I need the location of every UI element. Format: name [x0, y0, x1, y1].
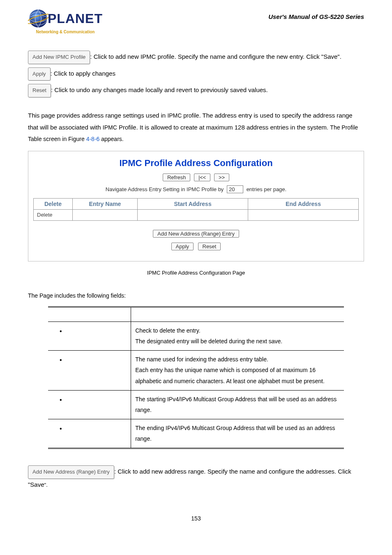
cell-end-address[interactable]: [248, 209, 359, 220]
table-header-row: Delete Entry Name Start Address End Addr…: [34, 198, 359, 209]
fields-table: Check to delete the entry. The designate…: [48, 306, 344, 449]
add-ipmc-profile-desc: : Click to add new IPMC profile. Specify…: [90, 53, 341, 60]
col-delete: Delete: [34, 198, 73, 209]
field-desc: Each entry has the unique name which is …: [135, 365, 340, 386]
entries-per-page-input[interactable]: 20: [227, 185, 243, 193]
page-header: PLANET Networking & Communication User's…: [28, 8, 364, 34]
field-desc: The name used for indexing the address e…: [135, 354, 340, 365]
intro-text: Profile. It is allowed to create at maxi…: [117, 124, 330, 131]
panel-title: IPMC Profile Address Configuration: [33, 158, 359, 169]
figure-caption: IPMC Profile Address Configuration Page: [28, 270, 364, 276]
intro-paragraph: This page provides address range setting…: [28, 110, 364, 145]
nav-row: Navigate Address Entry Setting in IPMC P…: [33, 185, 359, 193]
reset-button[interactable]: Reset: [28, 84, 51, 97]
next-page-button[interactable]: >>: [214, 173, 229, 181]
page-number: 153: [28, 515, 364, 522]
panel-reset-button[interactable]: Reset: [198, 243, 221, 250]
intro-text: This page provides address range setting…: [28, 112, 167, 119]
add-address-range-button[interactable]: Add New Address (Range) Entry: [28, 465, 114, 479]
first-page-button[interactable]: |<<: [194, 173, 211, 181]
add-address-range-button[interactable]: Add New Address (Range) Entry: [153, 230, 239, 238]
bullet-icon: [60, 328, 69, 335]
field-desc: The ending IPv4/IPv6 Multicast Group Add…: [131, 419, 344, 448]
panel-controls: Refresh |<< >>: [33, 173, 359, 181]
nav-label: entries per page.: [247, 186, 287, 192]
bottom-button-row: Add New Address (Range) Entry: Click to …: [28, 465, 364, 490]
add-ipmc-profile-button[interactable]: Add New IPMC Profile: [28, 51, 90, 64]
field-row-start-address: The starting IPv4/IPv6 Multicast Group A…: [48, 390, 344, 419]
table-row: Delete: [34, 209, 359, 220]
bullet-icon: [60, 397, 69, 403]
intro-text: IPMC profile: [167, 112, 199, 119]
add-range-desc: ".: [44, 482, 48, 488]
bullet-icon: [60, 357, 69, 363]
fields-intro: The Page includes the following fields:: [28, 292, 364, 299]
manual-title: User's Manual of GS-5220 Series: [268, 13, 364, 20]
apply-button[interactable]: Apply: [28, 67, 51, 81]
brand-tagline: Networking & Communication: [36, 30, 95, 34]
panel-apply-button[interactable]: Apply: [171, 243, 194, 250]
panel-footer-buttons: Add New Address (Range) Entry Apply Rese…: [33, 227, 359, 253]
fields-header-row: [48, 307, 344, 321]
bullet-icon: [60, 426, 69, 432]
col-start-address: Start Address: [138, 198, 248, 209]
cell-start-address[interactable]: [138, 209, 248, 220]
brand-name: PLANET: [48, 12, 103, 25]
field-desc: The starting IPv4/IPv6 Multicast Group A…: [131, 390, 344, 419]
apply-desc: : Click to apply changes: [51, 70, 115, 77]
cell-entry-name[interactable]: [72, 209, 137, 220]
col-entry-name: Entry Name: [72, 198, 137, 209]
config-panel: IPMC Profile Address Configuration Refre…: [28, 151, 364, 261]
field-row-delete: Check to delete the entry. The designate…: [48, 321, 344, 350]
cell-delete[interactable]: Delete: [34, 209, 73, 220]
intro-text: IPMC: [103, 124, 117, 131]
field-desc: Check to delete the entry.: [135, 325, 340, 336]
document-page: PLANET Networking & Communication User's…: [0, 0, 392, 555]
field-row-end-address: The ending IPv4/IPv6 Multicast Group Add…: [48, 419, 344, 448]
figure-link: 4-8-6: [86, 136, 100, 142]
address-table: Delete Entry Name Start Address End Addr…: [33, 198, 359, 221]
reset-desc: : Click to undo any changes made locally…: [51, 87, 268, 94]
col-end-address: End Address: [248, 198, 359, 209]
planet-globe-icon: [28, 8, 48, 29]
field-desc: The designated entry will be deleted dur…: [135, 336, 340, 347]
field-row-entry-name: The name used for indexing the address e…: [48, 350, 344, 390]
nav-label: Navigate Address Entry Setting in IPMC P…: [106, 186, 224, 192]
logo: PLANET Networking & Communication: [28, 8, 103, 34]
refresh-button[interactable]: Refresh: [163, 173, 191, 181]
top-buttons-section: Add New IPMC Profile: Click to add new I…: [28, 51, 364, 97]
intro-text: appears.: [99, 136, 123, 142]
